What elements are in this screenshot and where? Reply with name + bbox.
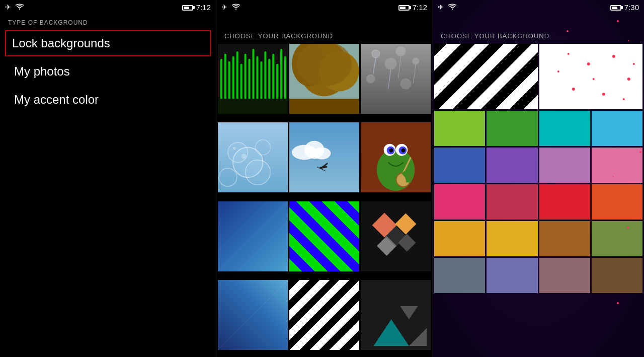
svg-point-50 — [233, 147, 236, 150]
svg-point-54 — [313, 148, 331, 160]
menu-item-photos[interactable]: My photos — [6, 58, 210, 85]
svg-point-0 — [19, 8, 20, 9]
bg-white-dots[interactable] — [539, 44, 643, 109]
svg-point-95 — [632, 63, 634, 65]
svg-point-94 — [567, 53, 569, 55]
svg-point-1 — [235, 8, 236, 9]
color-olive[interactable] — [592, 221, 642, 256]
time-mid: 7:12 — [413, 3, 427, 12]
color-teal[interactable] — [539, 111, 590, 146]
panel-middle-header: CHOOSE YOUR BACKGROUND — [216, 14, 432, 44]
svg-point-35 — [400, 79, 411, 90]
color-pink[interactable] — [592, 148, 642, 183]
svg-point-33 — [412, 58, 419, 65]
bg-cell-diag-green[interactable] — [289, 201, 359, 271]
battery-icon-right — [610, 4, 621, 11]
panel-middle: ✈ 7:12 CHOOSE YOUR BACKGROUND — [216, 0, 433, 357]
status-bar-middle: ✈ 7:12 — [216, 0, 432, 14]
color-yellow[interactable] — [487, 221, 537, 256]
star-decoration — [613, 176, 614, 177]
panel-left: ✈ 7:12 TYPE OF BACKGROUND Lock backgroun… — [0, 0, 216, 357]
background-grid — [216, 44, 432, 357]
bg-bw-diagonal[interactable] — [434, 44, 538, 109]
airplane-icon-mid: ✈ — [221, 3, 227, 11]
color-mocha[interactable] — [592, 258, 642, 293]
bg-cell-diamonds[interactable] — [361, 201, 431, 271]
svg-point-49 — [242, 154, 247, 159]
color-grid-row3 — [433, 184, 644, 220]
time-left: 7:12 — [196, 3, 211, 12]
star-decoration — [593, 252, 594, 252]
bg-cell-green[interactable] — [218, 44, 288, 114]
star-decoration — [567, 30, 569, 32]
svg-point-96 — [592, 78, 594, 80]
bg-cell-bubbles[interactable] — [218, 122, 288, 192]
color-grid-row4 — [433, 221, 644, 256]
color-amber[interactable] — [434, 221, 485, 256]
bg-cell-diag-bw[interactable] — [289, 280, 359, 350]
svg-point-46 — [246, 160, 271, 185]
color-green[interactable] — [487, 111, 537, 146]
color-mauve[interactable] — [539, 148, 590, 183]
svg-point-44 — [228, 142, 248, 163]
svg-point-66 — [401, 149, 405, 153]
svg-point-91 — [602, 93, 605, 96]
svg-point-32 — [385, 58, 397, 70]
bg-cell-frog[interactable] — [361, 122, 431, 192]
wifi-icon-mid — [231, 3, 240, 12]
bg-cell-rain[interactable] — [361, 44, 431, 114]
color-grid-row2 — [433, 148, 644, 183]
svg-point-93 — [622, 98, 624, 100]
svg-point-34 — [366, 75, 375, 84]
color-lavender-blue[interactable] — [487, 258, 537, 293]
bg-cell-bottom-left[interactable] — [218, 280, 288, 350]
svg-point-89 — [627, 78, 630, 81]
star-decoration — [617, 20, 619, 22]
status-bar-right: ✈ 7:30 — [433, 0, 644, 14]
menu-item-accent[interactable]: My accent color — [6, 87, 210, 113]
star-decoration — [628, 40, 629, 41]
color-purple[interactable] — [487, 148, 537, 183]
color-grid-row1 — [433, 111, 644, 146]
time-right: 7:30 — [624, 3, 639, 12]
battery-icon-left — [182, 4, 193, 11]
wifi-icon — [15, 3, 24, 12]
star-decoration — [639, 151, 641, 153]
svg-point-87 — [587, 62, 590, 65]
color-blue[interactable] — [434, 148, 485, 183]
color-hot-pink[interactable] — [434, 184, 485, 220]
section-label: TYPE OF BACKGROUND — [0, 14, 216, 29]
bg-cell-tree[interactable] — [289, 44, 359, 114]
airplane-icon-right: ✈ — [438, 3, 444, 11]
svg-rect-27 — [289, 44, 359, 114]
star-decoration — [617, 302, 619, 304]
menu-item-lock[interactable]: Lock backgrounds — [5, 30, 211, 56]
status-bar-left: ✈ 7:12 — [0, 0, 216, 14]
svg-rect-20 — [218, 99, 288, 114]
panel-right-header: CHOOSE YOUR BACKGROUND — [433, 14, 644, 44]
color-orange[interactable] — [592, 184, 642, 220]
svg-point-85 — [452, 8, 453, 9]
battery-icon-mid — [398, 4, 410, 11]
color-brown[interactable] — [539, 221, 590, 256]
svg-point-90 — [572, 88, 575, 91]
svg-point-88 — [612, 55, 615, 58]
bg-cell-sky[interactable] — [289, 122, 359, 192]
wifi-icon-right — [448, 3, 457, 12]
special-backgrounds-row — [433, 44, 644, 111]
panel-right: ✈ 7:30 CHOOSE YOUR BACKGROUND — [433, 0, 644, 357]
color-grid-row5 — [433, 258, 644, 293]
bg-cell-blue-grad[interactable] — [218, 201, 288, 271]
color-sky-blue[interactable] — [592, 111, 642, 146]
color-crimson[interactable] — [487, 184, 537, 220]
star-decoration — [627, 227, 629, 229]
svg-point-65 — [389, 149, 393, 153]
bg-cell-bottom-right[interactable] — [361, 280, 431, 350]
svg-point-31 — [396, 46, 406, 56]
color-red[interactable] — [539, 184, 590, 220]
color-lime[interactable] — [434, 111, 485, 146]
airplane-icon: ✈ — [5, 3, 11, 11]
svg-point-92 — [557, 70, 559, 73]
color-dusty-rose[interactable] — [539, 258, 590, 293]
color-slate[interactable] — [434, 258, 485, 293]
